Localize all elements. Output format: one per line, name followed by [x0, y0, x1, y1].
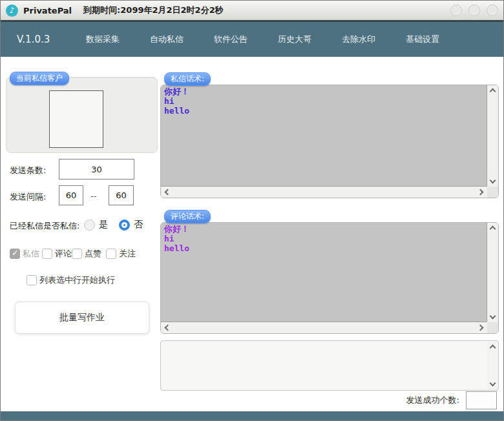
checkbox-like[interactable]: 点赞 — [72, 248, 101, 260]
scroll-down-icon[interactable] — [490, 178, 496, 184]
checkbox-comment-label: 评论 — [55, 248, 72, 260]
radio-yes-circle[interactable] — [84, 220, 95, 231]
comment-script-text[interactable]: 你好！ hi hello — [161, 223, 487, 322]
nav-item-auto-dm[interactable]: 自动私信 — [149, 31, 185, 48]
checkbox-dm[interactable]: 私信 — [10, 248, 39, 260]
dm-script-text[interactable]: 你好！ hi hello — [161, 85, 487, 187]
checkbox-dm-box[interactable] — [10, 249, 20, 259]
window-controls — [450, 5, 498, 16]
nav-bar: V.1.0.3 数据采集 自动私信 软件公告 历史大哥 去除水印 基础设置 — [1, 22, 503, 57]
scroll-up-icon[interactable] — [490, 226, 496, 232]
checkbox-like-box[interactable] — [72, 249, 82, 259]
nav-menu: 数据采集 自动私信 软件公告 历史大哥 去除水印 基础设置 — [85, 22, 441, 57]
checkbox-follow[interactable]: 关注 — [106, 248, 136, 260]
close-button[interactable] — [487, 5, 498, 16]
current-client-label: 当前私信客户 — [10, 72, 69, 85]
interval-from-input[interactable]: 60 — [59, 185, 83, 205]
log-box — [160, 340, 499, 391]
music-note-icon: ♪ — [6, 5, 18, 17]
main-content: 当前私信客户 发送条数: 30 发送间隔: 60 -- 60 已经私信是否私信:… — [1, 57, 503, 411]
radio-no-label: 否 — [134, 219, 143, 231]
scroll-down-icon[interactable] — [489, 380, 496, 387]
scroll-left-icon[interactable] — [165, 325, 171, 331]
batch-write-button[interactable]: 批量写作业 — [15, 302, 149, 334]
title-bar: ♪ PrivatePal 到期时间:2099年2月2日2时2分2秒 — [1, 1, 503, 20]
checkbox-follow-label: 关注 — [119, 248, 136, 260]
client-avatar — [49, 90, 103, 148]
scroll-left-icon[interactable] — [165, 189, 171, 196]
dm-script-label: 私信话术: — [164, 72, 211, 86]
dm-script-box: 你好！ hi hello — [160, 85, 499, 198]
scrollbar-corner — [487, 322, 498, 333]
nav-item-history[interactable]: 历史大哥 — [277, 31, 313, 48]
comment-script-horizontal-scrollbar[interactable] — [161, 322, 487, 333]
radio-no-circle[interactable] — [119, 220, 130, 231]
already-messaged-label: 已经私信是否私信: — [10, 220, 79, 232]
checkbox-row-start-box[interactable] — [26, 275, 37, 285]
nav-item-basic-settings[interactable]: 基础设置 — [404, 31, 441, 48]
success-count-row: 发送成功个数: — [406, 391, 497, 409]
log-vertical-scrollbar[interactable] — [487, 342, 498, 389]
app-title: PrivatePal — [23, 6, 72, 15]
scroll-up-icon[interactable] — [490, 88, 496, 95]
success-count-input[interactable] — [466, 391, 497, 409]
checkbox-row-start-label: 列表选中行开始执行 — [39, 274, 115, 286]
footer-bar — [1, 411, 503, 420]
version-label: V.1.0.3 — [17, 22, 50, 57]
comment-script-box: 你好！ hi hello — [160, 222, 499, 334]
scroll-down-icon[interactable] — [490, 313, 496, 320]
minimize-button[interactable] — [450, 5, 462, 16]
success-count-label: 发送成功个数: — [406, 395, 459, 406]
checkbox-comment[interactable]: 评论 — [42, 248, 72, 260]
scrollbar-corner — [487, 187, 498, 198]
checkbox-like-label: 点赞 — [85, 248, 101, 260]
checkbox-row-start[interactable]: 列表选中行开始执行 — [26, 274, 115, 286]
send-count-input[interactable]: 30 — [59, 159, 134, 180]
scroll-right-icon[interactable] — [478, 189, 484, 196]
dm-script-horizontal-scrollbar[interactable] — [161, 187, 487, 198]
app-window: ♪ PrivatePal 到期时间:2099年2月2日2时2分2秒 V.1.0.… — [0, 0, 504, 421]
radio-yes-label: 是 — [99, 219, 108, 231]
interval-separator: -- — [90, 191, 96, 201]
checkbox-follow-box[interactable] — [106, 249, 116, 259]
checkbox-comment-box[interactable] — [42, 249, 52, 259]
comment-script-label: 评论话术: — [164, 210, 211, 223]
log-text — [163, 342, 484, 389]
dm-script-vertical-scrollbar[interactable] — [487, 85, 498, 187]
radio-no[interactable]: 否 — [119, 219, 143, 231]
maximize-button[interactable] — [468, 5, 480, 16]
nav-item-announcements[interactable]: 软件公告 — [213, 31, 249, 48]
radio-yes[interactable]: 是 — [84, 219, 108, 231]
comment-script-vertical-scrollbar[interactable] — [487, 223, 498, 322]
interval-to-input[interactable]: 60 — [109, 185, 134, 205]
scroll-right-icon[interactable] — [478, 325, 484, 331]
nav-item-watermark-removal[interactable]: 去除水印 — [341, 31, 377, 48]
checkbox-dm-label: 私信 — [23, 248, 39, 260]
expiry-time-text: 到期时间:2099年2月2日2时2分2秒 — [83, 5, 224, 16]
send-count-label: 发送条数: — [10, 165, 46, 176]
send-interval-label: 发送间隔: — [10, 191, 46, 203]
nav-item-data-collection[interactable]: 数据采集 — [85, 31, 121, 48]
scroll-up-icon[interactable] — [489, 345, 496, 351]
